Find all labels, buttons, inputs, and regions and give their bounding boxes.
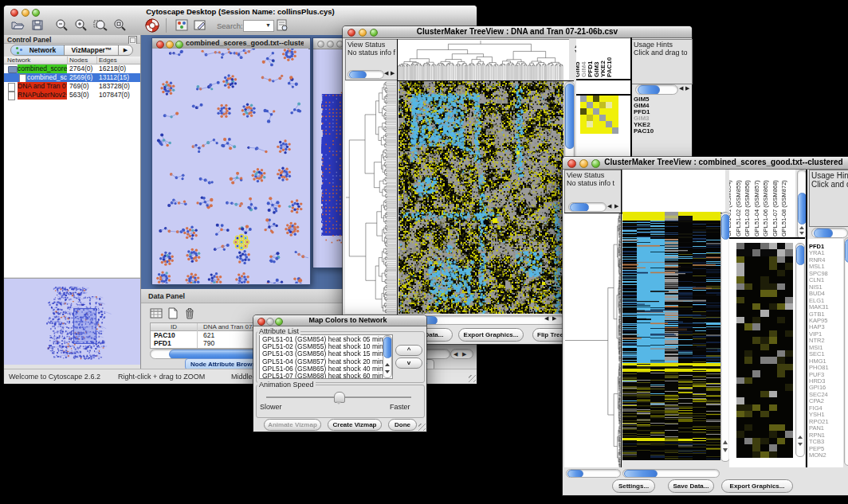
network-overview-panel[interactable]: [4, 278, 140, 365]
dialog-zoom-button[interactable]: [275, 318, 283, 326]
tv2-minimize-button[interactable]: [579, 159, 588, 168]
attribute-select-icon[interactable]: [149, 307, 165, 322]
speed-slider-thumb[interactable]: [334, 392, 345, 403]
dp-col-id[interactable]: ID: [151, 323, 197, 330]
zoom-selected-icon[interactable]: [92, 18, 108, 33]
tv1-minimize-button[interactable]: [359, 29, 367, 37]
move-down-button[interactable]: v: [395, 357, 422, 369]
inner1-minimize-button[interactable]: [166, 41, 174, 49]
open-folder-icon[interactable]: [10, 18, 26, 33]
scroll-arrow-icon[interactable]: [336, 401, 342, 404]
scrollbar-thumb[interactable]: [570, 203, 589, 212]
network-overview-canvas[interactable]: [4, 279, 140, 365]
tv1-zoom-heatmap[interactable]: [580, 96, 618, 134]
scrollbar-thumb[interactable]: [638, 85, 660, 95]
tv1-column-dendrogram[interactable]: [398, 39, 569, 80]
tv1-usage-scrollbar[interactable]: [635, 84, 678, 95]
network-view-window-1[interactable]: combined_scores_good.txt--cluste...: [151, 37, 311, 285]
scroll-arrow-icon[interactable]: [798, 436, 803, 439]
tv2-zoom-vscrollbar[interactable]: [795, 243, 805, 457]
network-table-row[interactable]: RNAPuberNov2+I563(0)107847(0): [4, 91, 140, 100]
dialog-resize-grip[interactable]: [418, 424, 426, 431]
tab-overflow[interactable]: ▶: [118, 45, 133, 56]
tv1-usage-scroll-left-icon[interactable]: ◀: [679, 85, 683, 92]
inner1-zoom-button[interactable]: [175, 41, 183, 49]
tv2-usage-scrollbar[interactable]: [811, 228, 848, 238]
tv2-vs-scroll-right-icon[interactable]: ▶: [614, 203, 618, 209]
tab-vizmapper[interactable]: VizMapper™: [64, 45, 120, 56]
tv2-save-data-button[interactable]: Save Data...: [668, 479, 714, 493]
overview-viewport-rect[interactable]: [73, 308, 96, 344]
search-dropdown-icon[interactable]: ▼: [264, 21, 273, 29]
tv2-zoom-button[interactable]: [591, 159, 600, 168]
network-table-row[interactable]: combined_sco2569(6)13112(15): [4, 73, 140, 82]
network-table-row[interactable]: DNA and Tran 07769(0)183728(0): [4, 82, 140, 91]
vizmapper-icon[interactable]: [175, 18, 190, 33]
resize-grip[interactable]: [469, 375, 476, 382]
tab-network[interactable]: Network: [10, 45, 65, 56]
scrollbar-thumb[interactable]: [383, 337, 392, 358]
tv2-export-graphics-button[interactable]: Export Graphics...: [721, 479, 793, 493]
tv1-close-button[interactable]: [347, 29, 355, 37]
col-nodes[interactable]: Nodes: [69, 57, 88, 64]
search-input[interactable]: ▼: [243, 20, 274, 32]
tv1-heatmap[interactable]: [398, 81, 563, 314]
move-up-button[interactable]: ^: [395, 345, 422, 356]
attribute-listbox[interactable]: GPL51-01 (GSM854) heat shock 05 minGPL51…: [259, 334, 393, 379]
delete-attribute-icon[interactable]: [183, 307, 198, 322]
dialog-close-button[interactable]: [257, 318, 265, 326]
zoom-in-icon[interactable]: [73, 18, 89, 33]
scroll-arrow-icon[interactable]: [799, 232, 804, 235]
network-canvas[interactable]: [152, 49, 308, 283]
tv1-usage-scroll-right-icon[interactable]: ▶: [685, 85, 689, 92]
save-icon[interactable]: [30, 18, 46, 33]
tv2-view-status-scrollbar[interactable]: [568, 202, 607, 212]
tv1-hscroll-right-icon[interactable]: ▶: [552, 315, 556, 322]
scrollbar-thumb[interactable]: [796, 245, 805, 265]
tv1-row-dendrogram[interactable]: [345, 81, 396, 314]
tv2-vs-scroll-left-icon[interactable]: ◀: [607, 203, 611, 209]
scroll-arrow-icon[interactable]: [798, 443, 803, 446]
tv1-column-dendrogram-canvas[interactable]: [398, 40, 563, 80]
dp-hscroll-right-icon[interactable]: ▶: [462, 351, 466, 357]
network-table-row[interactable]: combined_scores_2764(0)16218(0): [4, 64, 140, 73]
tv2-row-dendrogram-canvas[interactable]: [564, 213, 621, 467]
scroll-arrow-icon[interactable]: [723, 448, 728, 452]
new-attribute-icon[interactable]: [166, 307, 182, 322]
tv1-view-status-scrollbar[interactable]: [347, 70, 384, 79]
inner2-close-button[interactable]: [317, 41, 324, 48]
scrollbar-thumb[interactable]: [814, 229, 833, 238]
scroll-arrow-icon[interactable]: [385, 370, 390, 373]
help-lifesaver-icon[interactable]: [145, 18, 161, 33]
tv2-heatmap-canvas[interactable]: [622, 212, 720, 460]
zoom-out-icon[interactable]: [54, 18, 70, 33]
tv2-close-button[interactable]: [567, 159, 576, 168]
tv2-row-dendrogram[interactable]: [564, 213, 621, 467]
tv1-heatmap-canvas[interactable]: [398, 81, 563, 314]
zoom-fit-icon[interactable]: [112, 18, 128, 33]
attribute-list-vscrollbar[interactable]: [383, 335, 392, 378]
inner1-close-button[interactable]: [156, 41, 164, 49]
create-vizmap-button[interactable]: Create Vizmap: [328, 419, 382, 431]
annotation-icon[interactable]: [193, 18, 209, 33]
attribute-list-item[interactable]: GPL51-07 (GSM868) heat shock 60 min: [262, 373, 392, 379]
scrollbar-thumb[interactable]: [567, 470, 583, 478]
col-edges[interactable]: Edges: [99, 57, 117, 64]
animate-vizmap-button[interactable]: Animate Vizmap: [264, 419, 321, 431]
tv1-heatmap-vscroll-thumb[interactable]: [565, 84, 575, 149]
scroll-arrow-icon[interactable]: [799, 226, 804, 229]
tv2-heatmap[interactable]: [622, 212, 720, 460]
col-network[interactable]: Network: [7, 57, 30, 64]
tv1-row-dendrogram-canvas[interactable]: [345, 81, 396, 314]
dp-hscroll-left-icon[interactable]: ◀: [453, 351, 457, 357]
scrollbar-thumb[interactable]: [349, 71, 367, 79]
tv2-right-vscrollbar[interactable]: [844, 237, 848, 466]
tv1-export-graphics-button[interactable]: Export Graphics...: [458, 328, 524, 342]
tv1-vs-scroll-right-icon[interactable]: ▶: [391, 70, 395, 76]
tv1-hscroll-left-icon[interactable]: ◀: [544, 315, 548, 322]
tv2-settings-button[interactable]: Settings...: [612, 479, 655, 493]
tv2-column-dendrogram[interactable]: [622, 170, 725, 213]
scroll-arrow-icon[interactable]: [723, 440, 728, 444]
tv1-zoom-button[interactable]: [370, 29, 378, 37]
inner2-minimize-button[interactable]: [327, 41, 334, 48]
